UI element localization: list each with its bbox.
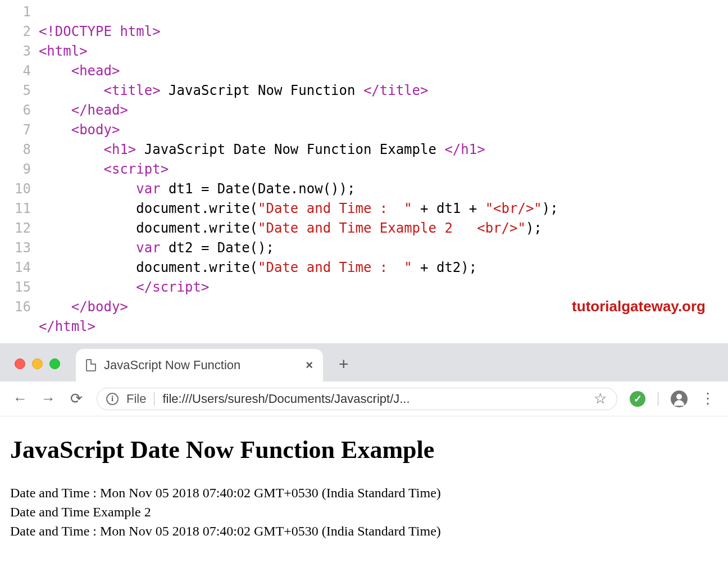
line-number: 15	[15, 278, 31, 297]
code-token: );	[526, 220, 542, 236]
rendered-page: JavaScript Date Now Function Example Dat…	[0, 416, 728, 560]
code-token: <script>	[104, 161, 169, 177]
line-number: 1	[15, 2, 31, 22]
line-number: 10	[15, 179, 31, 199]
code-token: "Date and Time : "	[258, 260, 412, 275]
code-token: </script>	[136, 279, 209, 295]
line-number-gutter: 1 2 3 4 5 6 7 8 9 10 11 12 13 14 15 16	[0, 2, 39, 337]
line-number: 12	[15, 219, 31, 238]
maximize-icon[interactable]	[49, 358, 60, 369]
separator	[154, 392, 154, 406]
back-button[interactable]: ←	[12, 390, 28, 407]
line-number: 13	[15, 238, 31, 258]
code-token: dt2 = Date();	[161, 240, 274, 256]
code-token: <!DOCTYPE html>	[39, 24, 161, 39]
output-line: Date and Time Example 2	[10, 502, 718, 521]
code-token: </head>	[71, 102, 128, 118]
browser-chrome: JavaScript Now Function × + ← → ⟳ i File…	[0, 343, 728, 560]
code-token: JavaScript Now Function	[161, 83, 363, 98]
tab-close-icon[interactable]: ×	[306, 358, 313, 373]
code-token: </body>	[71, 299, 128, 315]
separator	[658, 392, 658, 406]
bookmark-star-icon[interactable]: ☆	[592, 390, 608, 407]
check-badge-icon[interactable]: ✓	[630, 391, 645, 407]
minimize-icon[interactable]	[32, 358, 43, 369]
address-bar[interactable]: i File file:///Users/suresh/Documents/Ja…	[97, 388, 617, 410]
code-token: <title>	[104, 83, 161, 98]
url-scheme-label: File	[126, 392, 146, 406]
line-number: 9	[15, 160, 31, 179]
code-token: var	[136, 181, 160, 197]
line-number: 6	[15, 101, 31, 120]
line-number: 16	[15, 297, 31, 317]
code-token: document.write(	[136, 220, 258, 236]
line-number: 5	[15, 81, 31, 101]
code-content[interactable]: <!DOCTYPE html> <html> <head> <title> Ja…	[39, 2, 558, 337]
line-number: 4	[15, 61, 31, 81]
code-token: "<br/>"	[485, 201, 542, 216]
browser-toolbar: ← → ⟳ i File file:///Users/suresh/Docume…	[0, 382, 728, 416]
new-tab-button[interactable]: +	[323, 355, 349, 382]
close-icon[interactable]	[15, 358, 25, 369]
tab-title: JavaScript Now Function	[104, 358, 240, 373]
code-token: <html>	[39, 43, 88, 59]
forward-button[interactable]: →	[40, 390, 56, 407]
line-number: 14	[15, 258, 31, 278]
code-token: </html>	[39, 319, 95, 334]
line-number: 2	[15, 22, 31, 42]
code-token: </title>	[363, 83, 429, 98]
output-line: Date and Time : Mon Nov 05 2018 07:40:02…	[10, 521, 718, 541]
menu-dots-icon[interactable]: ⋮	[700, 390, 716, 407]
code-token: document.write(	[136, 260, 258, 275]
code-token: dt1 = Date(Date.now());	[161, 181, 356, 197]
code-token: <head>	[71, 63, 120, 79]
line-number: 3	[15, 42, 31, 61]
document-icon	[86, 359, 96, 371]
code-token: document.write(	[136, 201, 258, 216]
watermark-text: tutorialgateway.org	[572, 298, 706, 315]
code-token: + dt1 +	[412, 201, 485, 216]
browser-tab[interactable]: JavaScript Now Function ×	[76, 349, 323, 382]
code-token: <h1>	[104, 142, 136, 157]
url-text: file:///Users/suresh/Documents/Javascrip…	[162, 392, 584, 406]
line-number: 11	[15, 199, 31, 219]
line-number: 8	[15, 140, 31, 160]
code-token: var	[136, 240, 160, 256]
reload-button[interactable]: ⟳	[69, 390, 84, 407]
info-icon[interactable]: i	[106, 393, 119, 405]
window-controls	[9, 358, 76, 382]
tab-strip: JavaScript Now Function × +	[0, 343, 728, 382]
line-number: 7	[15, 120, 31, 140]
code-token: );	[542, 201, 558, 216]
code-token: "Date and Time Example 2 <br/>"	[258, 220, 526, 236]
account-icon[interactable]	[671, 391, 688, 407]
code-editor: 1 2 3 4 5 6 7 8 9 10 11 12 13 14 15 16 <…	[0, 0, 728, 343]
code-token: + dt2);	[412, 260, 477, 275]
code-token: <body>	[71, 122, 120, 138]
code-token: "Date and Time : "	[258, 201, 412, 216]
output-line: Date and Time : Mon Nov 05 2018 07:40:02…	[10, 483, 718, 502]
page-heading: JavaScript Date Now Function Example	[10, 435, 718, 464]
code-token: </h1>	[444, 142, 485, 157]
code-token: JavaScript Date Now Function Example	[136, 142, 444, 157]
